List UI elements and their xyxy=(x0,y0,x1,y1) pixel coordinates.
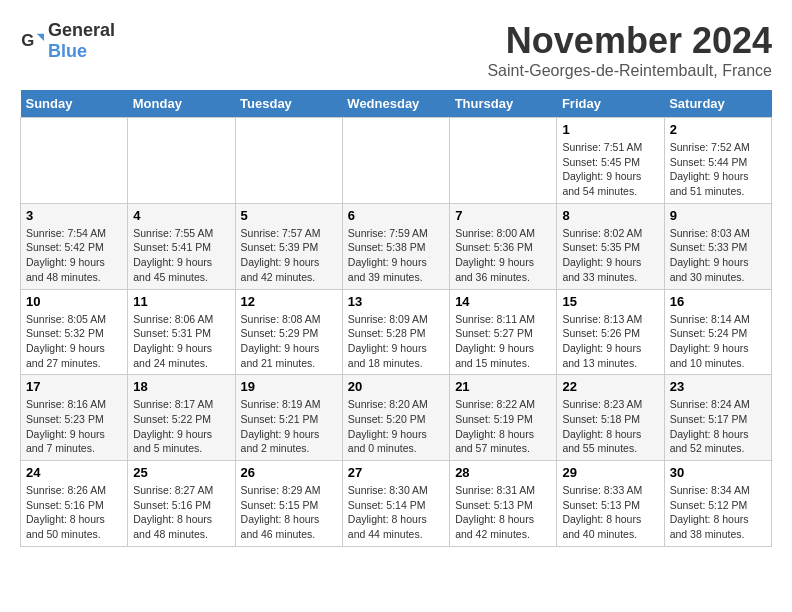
day-info: Sunrise: 8:13 AM Sunset: 5:26 PM Dayligh… xyxy=(562,312,658,371)
calendar-cell xyxy=(235,118,342,204)
day-number: 10 xyxy=(26,294,122,309)
calendar-cell: 8Sunrise: 8:02 AM Sunset: 5:35 PM Daylig… xyxy=(557,203,664,289)
calendar-cell: 7Sunrise: 8:00 AM Sunset: 5:36 PM Daylig… xyxy=(450,203,557,289)
logo: G General Blue xyxy=(20,20,115,62)
calendar-week-row: 10Sunrise: 8:05 AM Sunset: 5:32 PM Dayli… xyxy=(21,289,772,375)
subtitle: Saint-Georges-de-Reintembault, France xyxy=(487,62,772,80)
day-number: 20 xyxy=(348,379,444,394)
day-info: Sunrise: 8:24 AM Sunset: 5:17 PM Dayligh… xyxy=(670,397,766,456)
calendar-cell: 4Sunrise: 7:55 AM Sunset: 5:41 PM Daylig… xyxy=(128,203,235,289)
day-number: 25 xyxy=(133,465,229,480)
day-info: Sunrise: 8:02 AM Sunset: 5:35 PM Dayligh… xyxy=(562,226,658,285)
calendar-cell: 13Sunrise: 8:09 AM Sunset: 5:28 PM Dayli… xyxy=(342,289,449,375)
day-number: 18 xyxy=(133,379,229,394)
calendar-cell: 3Sunrise: 7:54 AM Sunset: 5:42 PM Daylig… xyxy=(21,203,128,289)
calendar-cell: 9Sunrise: 8:03 AM Sunset: 5:33 PM Daylig… xyxy=(664,203,771,289)
day-info: Sunrise: 8:14 AM Sunset: 5:24 PM Dayligh… xyxy=(670,312,766,371)
day-info: Sunrise: 8:09 AM Sunset: 5:28 PM Dayligh… xyxy=(348,312,444,371)
calendar-cell: 24Sunrise: 8:26 AM Sunset: 5:16 PM Dayli… xyxy=(21,461,128,547)
day-number: 3 xyxy=(26,208,122,223)
logo-general: General xyxy=(48,20,115,40)
day-number: 2 xyxy=(670,122,766,137)
day-info: Sunrise: 8:20 AM Sunset: 5:20 PM Dayligh… xyxy=(348,397,444,456)
day-info: Sunrise: 8:31 AM Sunset: 5:13 PM Dayligh… xyxy=(455,483,551,542)
day-number: 1 xyxy=(562,122,658,137)
calendar-cell: 16Sunrise: 8:14 AM Sunset: 5:24 PM Dayli… xyxy=(664,289,771,375)
day-info: Sunrise: 8:23 AM Sunset: 5:18 PM Dayligh… xyxy=(562,397,658,456)
logo-blue: Blue xyxy=(48,41,87,61)
day-info: Sunrise: 7:59 AM Sunset: 5:38 PM Dayligh… xyxy=(348,226,444,285)
title-section: November 2024 Saint-Georges-de-Reintemba… xyxy=(487,20,772,80)
day-number: 5 xyxy=(241,208,337,223)
day-info: Sunrise: 8:16 AM Sunset: 5:23 PM Dayligh… xyxy=(26,397,122,456)
calendar-cell: 23Sunrise: 8:24 AM Sunset: 5:17 PM Dayli… xyxy=(664,375,771,461)
day-info: Sunrise: 8:06 AM Sunset: 5:31 PM Dayligh… xyxy=(133,312,229,371)
calendar-cell: 12Sunrise: 8:08 AM Sunset: 5:29 PM Dayli… xyxy=(235,289,342,375)
weekday-header-thursday: Thursday xyxy=(450,90,557,118)
weekday-header-wednesday: Wednesday xyxy=(342,90,449,118)
calendar-cell: 26Sunrise: 8:29 AM Sunset: 5:15 PM Dayli… xyxy=(235,461,342,547)
day-number: 23 xyxy=(670,379,766,394)
weekday-header-row: SundayMondayTuesdayWednesdayThursdayFrid… xyxy=(21,90,772,118)
weekday-header-monday: Monday xyxy=(128,90,235,118)
logo-icon: G xyxy=(20,29,44,53)
calendar-cell: 15Sunrise: 8:13 AM Sunset: 5:26 PM Dayli… xyxy=(557,289,664,375)
day-info: Sunrise: 8:17 AM Sunset: 5:22 PM Dayligh… xyxy=(133,397,229,456)
calendar-cell: 29Sunrise: 8:33 AM Sunset: 5:13 PM Dayli… xyxy=(557,461,664,547)
calendar-table: SundayMondayTuesdayWednesdayThursdayFrid… xyxy=(20,90,772,547)
day-number: 16 xyxy=(670,294,766,309)
day-number: 28 xyxy=(455,465,551,480)
calendar-cell: 20Sunrise: 8:20 AM Sunset: 5:20 PM Dayli… xyxy=(342,375,449,461)
calendar-week-row: 3Sunrise: 7:54 AM Sunset: 5:42 PM Daylig… xyxy=(21,203,772,289)
calendar-cell: 28Sunrise: 8:31 AM Sunset: 5:13 PM Dayli… xyxy=(450,461,557,547)
day-number: 15 xyxy=(562,294,658,309)
day-info: Sunrise: 7:55 AM Sunset: 5:41 PM Dayligh… xyxy=(133,226,229,285)
day-info: Sunrise: 8:29 AM Sunset: 5:15 PM Dayligh… xyxy=(241,483,337,542)
day-number: 22 xyxy=(562,379,658,394)
calendar-cell: 25Sunrise: 8:27 AM Sunset: 5:16 PM Dayli… xyxy=(128,461,235,547)
day-info: Sunrise: 8:05 AM Sunset: 5:32 PM Dayligh… xyxy=(26,312,122,371)
day-info: Sunrise: 7:57 AM Sunset: 5:39 PM Dayligh… xyxy=(241,226,337,285)
day-number: 12 xyxy=(241,294,337,309)
day-number: 27 xyxy=(348,465,444,480)
day-number: 24 xyxy=(26,465,122,480)
calendar-week-row: 1Sunrise: 7:51 AM Sunset: 5:45 PM Daylig… xyxy=(21,118,772,204)
day-number: 9 xyxy=(670,208,766,223)
page-header: G General Blue November 2024 Saint-Georg… xyxy=(20,20,772,80)
calendar-cell: 17Sunrise: 8:16 AM Sunset: 5:23 PM Dayli… xyxy=(21,375,128,461)
weekday-header-sunday: Sunday xyxy=(21,90,128,118)
day-info: Sunrise: 8:08 AM Sunset: 5:29 PM Dayligh… xyxy=(241,312,337,371)
day-info: Sunrise: 8:34 AM Sunset: 5:12 PM Dayligh… xyxy=(670,483,766,542)
day-info: Sunrise: 8:22 AM Sunset: 5:19 PM Dayligh… xyxy=(455,397,551,456)
calendar-cell xyxy=(450,118,557,204)
weekday-header-tuesday: Tuesday xyxy=(235,90,342,118)
calendar-cell: 19Sunrise: 8:19 AM Sunset: 5:21 PM Dayli… xyxy=(235,375,342,461)
calendar-cell: 2Sunrise: 7:52 AM Sunset: 5:44 PM Daylig… xyxy=(664,118,771,204)
day-number: 17 xyxy=(26,379,122,394)
day-number: 21 xyxy=(455,379,551,394)
day-info: Sunrise: 8:00 AM Sunset: 5:36 PM Dayligh… xyxy=(455,226,551,285)
day-number: 13 xyxy=(348,294,444,309)
day-info: Sunrise: 8:33 AM Sunset: 5:13 PM Dayligh… xyxy=(562,483,658,542)
day-info: Sunrise: 8:26 AM Sunset: 5:16 PM Dayligh… xyxy=(26,483,122,542)
day-number: 14 xyxy=(455,294,551,309)
calendar-cell: 11Sunrise: 8:06 AM Sunset: 5:31 PM Dayli… xyxy=(128,289,235,375)
day-number: 4 xyxy=(133,208,229,223)
day-number: 8 xyxy=(562,208,658,223)
day-number: 19 xyxy=(241,379,337,394)
day-info: Sunrise: 7:51 AM Sunset: 5:45 PM Dayligh… xyxy=(562,140,658,199)
calendar-cell xyxy=(21,118,128,204)
calendar-cell: 30Sunrise: 8:34 AM Sunset: 5:12 PM Dayli… xyxy=(664,461,771,547)
day-number: 29 xyxy=(562,465,658,480)
calendar-cell: 1Sunrise: 7:51 AM Sunset: 5:45 PM Daylig… xyxy=(557,118,664,204)
day-number: 26 xyxy=(241,465,337,480)
calendar-cell xyxy=(128,118,235,204)
day-info: Sunrise: 8:11 AM Sunset: 5:27 PM Dayligh… xyxy=(455,312,551,371)
day-info: Sunrise: 8:19 AM Sunset: 5:21 PM Dayligh… xyxy=(241,397,337,456)
day-number: 30 xyxy=(670,465,766,480)
calendar-cell: 6Sunrise: 7:59 AM Sunset: 5:38 PM Daylig… xyxy=(342,203,449,289)
calendar-cell: 5Sunrise: 7:57 AM Sunset: 5:39 PM Daylig… xyxy=(235,203,342,289)
svg-marker-1 xyxy=(37,34,44,41)
calendar-week-row: 24Sunrise: 8:26 AM Sunset: 5:16 PM Dayli… xyxy=(21,461,772,547)
calendar-cell: 27Sunrise: 8:30 AM Sunset: 5:14 PM Dayli… xyxy=(342,461,449,547)
